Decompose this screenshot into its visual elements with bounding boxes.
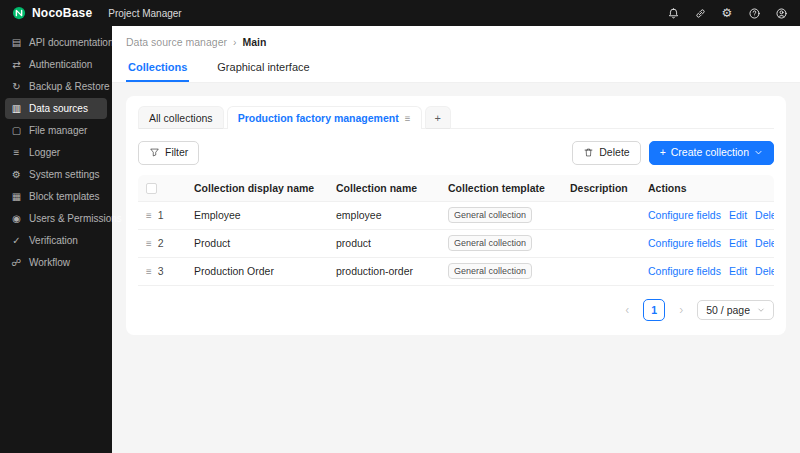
breadcrumb-separator-icon: › bbox=[233, 36, 237, 48]
page-tabs: Collections Graphical interface bbox=[126, 57, 786, 82]
row-handle-cell: ≡ 2 bbox=[138, 237, 186, 249]
page-tab-label: Collections bbox=[128, 61, 187, 73]
collections-card: All collections Production factory manag… bbox=[126, 96, 786, 335]
template-tag: General collection bbox=[448, 235, 532, 251]
settings-gear-icon[interactable]: ⚙ bbox=[720, 6, 734, 20]
breadcrumb-data-source-manager[interactable]: Data source manager bbox=[126, 36, 227, 48]
sidebar-item-icon: ↻ bbox=[11, 81, 22, 92]
sidebar-item-icon: ☍ bbox=[11, 257, 22, 268]
logo[interactable]: NocoBase Project Manager bbox=[12, 6, 182, 20]
sidebar: ▤ API documentation ⇄ Authentication ↻ B… bbox=[0, 26, 112, 453]
edit-link[interactable]: Edit bbox=[729, 265, 747, 277]
sidebar-item[interactable]: ▤ API documentation bbox=[5, 32, 107, 53]
create-collection-button[interactable]: + Create collection bbox=[649, 141, 774, 165]
cell-template: General collection bbox=[440, 207, 562, 223]
delete-link[interactable]: Delete bbox=[755, 209, 774, 221]
configure-fields-link[interactable]: Configure fields bbox=[648, 265, 721, 277]
delete-link[interactable]: Delete bbox=[755, 237, 774, 249]
page-tab-label: Graphical interface bbox=[217, 61, 309, 73]
current-page-button[interactable]: 1 bbox=[643, 299, 665, 321]
notification-bell-icon[interactable] bbox=[666, 6, 680, 20]
cell-display-name: Production Order bbox=[186, 265, 328, 277]
sidebar-item[interactable]: ☍ Workflow bbox=[5, 252, 107, 273]
filter-button[interactable]: Filter bbox=[138, 141, 199, 165]
next-page-arrow[interactable]: › bbox=[674, 303, 688, 317]
top-bar: NocoBase Project Manager ⚙ bbox=[0, 0, 800, 26]
sidebar-item-label: Authentication bbox=[29, 59, 92, 70]
sidebar-item[interactable]: ⚙ System settings bbox=[5, 164, 107, 185]
sidebar-item[interactable]: ↻ Backup & Restore bbox=[5, 76, 107, 97]
template-tag: General collection bbox=[448, 263, 532, 279]
sidebar-item[interactable]: ▦ Block templates bbox=[5, 186, 107, 207]
delete-button[interactable]: Delete bbox=[572, 141, 640, 165]
collection-tab[interactable]: Production factory management ≡ bbox=[227, 106, 422, 129]
collection-tab[interactable]: All collections bbox=[138, 106, 224, 129]
toolbar-right: Delete + Create collection bbox=[572, 141, 774, 165]
page-tab[interactable]: Collections bbox=[126, 57, 189, 82]
template-tag: General collection bbox=[448, 207, 532, 223]
app-title: Project Manager bbox=[108, 8, 181, 19]
table-row: ≡ 2 Product product General collection bbox=[138, 230, 774, 258]
api-link-icon[interactable] bbox=[693, 6, 707, 20]
configure-fields-link[interactable]: Configure fields bbox=[648, 237, 721, 249]
collection-tab-label: All collections bbox=[149, 112, 213, 124]
cell-actions: Configure fields Edit Delete bbox=[640, 265, 774, 277]
sidebar-item-icon: ✓ bbox=[11, 235, 22, 246]
cell-collection-name: production-order bbox=[328, 265, 440, 277]
edit-link[interactable]: Edit bbox=[729, 237, 747, 249]
content-body: All collections Production factory manag… bbox=[112, 83, 800, 453]
page-size-select[interactable]: 50 / page bbox=[697, 300, 774, 320]
content-header: Data source manager › Main Collections G… bbox=[112, 26, 800, 83]
configure-fields-link[interactable]: Configure fields bbox=[648, 209, 721, 221]
breadcrumb: Data source manager › Main bbox=[126, 36, 786, 48]
sidebar-item-icon: ⚙ bbox=[11, 169, 22, 180]
col-display-name: Collection display name bbox=[186, 182, 328, 194]
help-icon[interactable] bbox=[747, 6, 761, 20]
row-handle-cell: ≡ 3 bbox=[138, 265, 186, 277]
sidebar-item[interactable]: ▢ File manager bbox=[5, 120, 107, 141]
table-body: ≡ 1 Employee employee General collection bbox=[138, 202, 774, 286]
col-actions: Actions bbox=[640, 182, 774, 194]
sidebar-item-icon: ▢ bbox=[11, 125, 22, 136]
sidebar-item-label: Users & Permissions bbox=[29, 213, 122, 224]
sidebar-item[interactable]: ◉ Users & Permissions bbox=[5, 208, 107, 229]
tab-menu-icon[interactable]: ≡ bbox=[405, 113, 411, 124]
trash-icon bbox=[583, 147, 594, 158]
filter-button-label: Filter bbox=[165, 146, 188, 160]
add-category-tab-button[interactable]: + bbox=[425, 106, 451, 129]
col-template: Collection template bbox=[440, 182, 562, 194]
delete-link[interactable]: Delete bbox=[755, 265, 774, 277]
table-header: Collection display name Collection name … bbox=[138, 175, 774, 202]
drag-handle-icon[interactable]: ≡ bbox=[146, 210, 152, 221]
chevron-down-icon bbox=[754, 148, 763, 157]
edit-link[interactable]: Edit bbox=[729, 209, 747, 221]
sidebar-item[interactable]: ≡ Logger bbox=[5, 142, 107, 163]
user-avatar-icon[interactable] bbox=[774, 6, 788, 20]
content: Data source manager › Main Collections G… bbox=[112, 26, 800, 453]
sidebar-item-icon: ▤ bbox=[11, 37, 22, 48]
select-all-checkbox[interactable] bbox=[146, 183, 157, 194]
cell-actions: Configure fields Edit Delete bbox=[640, 237, 774, 249]
sidebar-item-label: Block templates bbox=[29, 191, 100, 202]
drag-handle-icon[interactable]: ≡ bbox=[146, 238, 152, 249]
filter-funnel-icon bbox=[149, 147, 160, 158]
sidebar-item[interactable]: ⇄ Authentication bbox=[5, 54, 107, 75]
sidebar-item[interactable]: ▥ Data sources bbox=[5, 98, 107, 119]
page-tab[interactable]: Graphical interface bbox=[215, 57, 311, 82]
sidebar-item-icon: ▦ bbox=[11, 191, 22, 202]
cell-template: General collection bbox=[440, 263, 562, 279]
drag-handle-icon[interactable]: ≡ bbox=[146, 266, 152, 277]
collections-table: Collection display name Collection name … bbox=[138, 175, 774, 286]
sidebar-item[interactable]: ✓ Verification bbox=[5, 230, 107, 251]
pagination: ‹ 1 › 50 / page bbox=[138, 299, 774, 321]
prev-page-arrow[interactable]: ‹ bbox=[620, 303, 634, 317]
row-handle-cell: ≡ 1 bbox=[138, 209, 186, 221]
row-number: 3 bbox=[158, 265, 164, 277]
topbar-icons: ⚙ bbox=[666, 6, 788, 20]
row-number: 1 bbox=[158, 209, 164, 221]
sidebar-item-label: Backup & Restore bbox=[29, 81, 110, 92]
cell-collection-name: employee bbox=[328, 209, 440, 221]
logo-text: NocoBase bbox=[32, 6, 92, 20]
sidebar-item-icon: ≡ bbox=[11, 147, 22, 158]
sidebar-item-label: Data sources bbox=[29, 103, 88, 114]
